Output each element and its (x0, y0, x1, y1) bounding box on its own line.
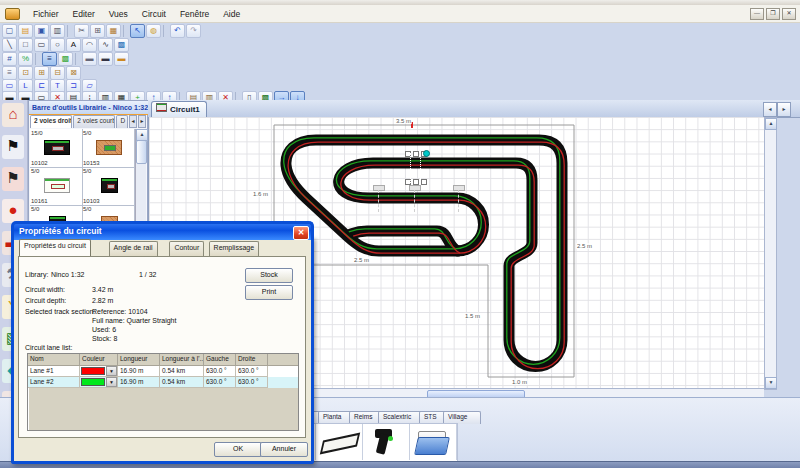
menu-editer[interactable]: Editer (66, 7, 102, 21)
library-piece-10161[interactable]: 5/010161 (30, 167, 83, 206)
piece-reference: 10102 (31, 160, 48, 166)
send-backward-icon[interactable]: ⊠ (66, 66, 81, 80)
scale-percent-icon[interactable]: % (18, 52, 33, 66)
chevron-down-icon[interactable]: ▼ (106, 366, 117, 376)
open-folder[interactable] (410, 424, 457, 460)
pointer-icon[interactable]: ↖ (130, 24, 145, 38)
tab-scroll-right-icon[interactable]: ▸ (777, 102, 791, 117)
copy-icon[interactable]: ⊞ (90, 24, 105, 38)
garage-icon[interactable]: ⌂ (2, 103, 24, 127)
print-icon[interactable]: ▥ (50, 24, 65, 38)
save-icon[interactable]: ▣ (34, 24, 49, 38)
tab-scroll-right-icon[interactable]: ▸ (138, 115, 146, 128)
draw-arc-icon[interactable]: ◠ (82, 38, 97, 52)
table-row[interactable]: Lane #2▼16.90 m0.54 km630.0 °630.0 ° (28, 377, 298, 388)
scroll-up-icon[interactable]: ▲ (765, 118, 777, 130)
library-tab[interactable]: 2 voies courbes (73, 115, 115, 128)
cancel-button[interactable]: Annuler (260, 442, 308, 457)
column-header[interactable]: Nom (28, 354, 80, 365)
chevron-down-icon[interactable]: ▼ (106, 377, 117, 387)
library-tab[interactable]: D (116, 115, 128, 128)
dialog-title: Propriétés du circuit (14, 226, 102, 236)
column-header[interactable]: Couleur (80, 354, 118, 365)
dialog-title-bar[interactable]: Propriétés du circuit ✕ (11, 221, 314, 240)
scroll-thumb[interactable] (136, 140, 147, 164)
align-left-icon[interactable]: ▬ (82, 52, 97, 66)
race-start-icon[interactable]: ⚑ (2, 167, 24, 191)
dialog-tab[interactable]: Contour (169, 241, 204, 257)
menu-fichier[interactable]: Fichier (26, 7, 66, 21)
fill-bucket-icon[interactable]: ◍ (146, 24, 161, 38)
close-icon[interactable]: ✕ (293, 226, 309, 240)
hand-controller[interactable] (363, 424, 410, 460)
insert-image-icon[interactable]: ▩ (114, 38, 129, 52)
scroll-down-icon[interactable]: ▼ (765, 377, 777, 389)
new-document-icon[interactable]: ▢ (2, 24, 17, 38)
bring-front-icon[interactable]: ⊡ (18, 66, 33, 80)
toolbar-row-3: #%≡▩▬▬▬ (2, 52, 130, 65)
scale-value: 1 / 32 (139, 271, 157, 278)
draw-line-icon[interactable]: ╲ (2, 38, 17, 52)
draw-ellipse-icon[interactable]: ○ (50, 38, 65, 52)
draw-text-icon[interactable]: A (66, 38, 81, 52)
menu-aide[interactable]: Aide (216, 7, 247, 21)
toolbar-separator (67, 25, 72, 37)
layers-icon[interactable]: ≡ (42, 52, 57, 66)
menu-circuit[interactable]: Circuit (135, 7, 173, 21)
selection-anchor-dot (423, 150, 430, 157)
ctrl-trig (388, 436, 393, 441)
column-header[interactable]: Droite (236, 354, 268, 365)
circuit-depth-value: 2.82 m (92, 297, 113, 304)
dialog-tab[interactable]: Angle de rail (109, 241, 158, 257)
background-image-icon[interactable]: ▩ (58, 52, 73, 66)
library-tab[interactable]: 2 voies droites (30, 115, 72, 128)
list-view-icon[interactable]: ≡ (2, 66, 17, 80)
draw-roundrect-icon[interactable]: ▭ (34, 38, 49, 52)
column-header[interactable]: Longueur (118, 354, 160, 365)
draw-rectangle-icon[interactable]: □ (18, 38, 33, 52)
table-row[interactable]: Lane #1▼16.90 m0.54 km630.0 °630.0 ° (28, 366, 298, 377)
dialog-tab[interactable]: Remplissage (209, 241, 259, 257)
piece-count: 5/0 (83, 130, 91, 136)
redo-icon[interactable]: ↷ (186, 24, 201, 38)
align-center-icon[interactable]: ▬ (98, 52, 113, 66)
section-detail: Full name: Quarter Straight (92, 317, 176, 324)
send-back-icon[interactable]: ⊞ (34, 66, 49, 80)
tab-scroll-left-icon[interactable]: ◂ (129, 115, 137, 128)
menu-fenêtre[interactable]: Fenêtre (173, 7, 216, 21)
column-header[interactable]: Gauche (204, 354, 236, 365)
guardrail-piece[interactable] (316, 424, 363, 460)
grid-toggle-icon[interactable]: # (2, 52, 17, 66)
library-piece-10153[interactable]: 5/010153 (82, 129, 135, 168)
checkered-flag-icon[interactable]: ⚑ (2, 135, 24, 159)
ok-button[interactable]: OK (214, 442, 262, 457)
canvas-vertical-scrollbar[interactable]: ▲ ▼ (764, 117, 777, 390)
stock-button[interactable]: Stock (245, 268, 293, 283)
bring-forward-icon[interactable]: ⊟ (50, 66, 65, 80)
menu-bar: FichierEditerVuesCircuitFenêtreAide —❐✕ (0, 5, 800, 23)
undo-icon[interactable]: ↶ (170, 24, 185, 38)
toolbar-row-1: ▢▤▣▥✂⊞▦↖◍↶↷ (2, 24, 202, 37)
dialog-tab[interactable]: Propriétés du circuit (19, 239, 91, 257)
selection-handle[interactable] (413, 151, 419, 157)
library-piece-10103[interactable]: 5/010103 (82, 167, 135, 206)
helmet-icon[interactable]: ● (2, 199, 24, 223)
restore-icon[interactable]: ❐ (766, 8, 780, 20)
tab-circuit1[interactable]: Circuit1 (151, 101, 207, 117)
close-icon[interactable]: ✕ (782, 8, 796, 20)
dimension-label: 2.5 m (353, 257, 370, 263)
piece-reference: 10153 (83, 160, 100, 166)
tab-scroll-left-icon[interactable]: ◂ (763, 102, 777, 117)
align-color-icon[interactable]: ▬ (114, 52, 129, 66)
lane-table[interactable]: NomCouleurLongueurLongueur à l'...Gauche… (27, 353, 299, 431)
print-button[interactable]: Print (245, 285, 293, 300)
minimize-icon[interactable]: — (750, 8, 764, 20)
menu-vues[interactable]: Vues (102, 7, 135, 21)
library-panel-title: Barre d'outils Librairie - Ninco 1:32 (29, 101, 148, 115)
draw-curve-icon[interactable]: ∿ (98, 38, 113, 52)
column-header[interactable]: Longueur à l'... (160, 354, 204, 365)
cut-icon[interactable]: ✂ (74, 24, 89, 38)
open-folder-icon[interactable]: ▤ (18, 24, 33, 38)
library-piece-10102[interactable]: 15/010102 (30, 129, 83, 168)
paste-icon[interactable]: ▦ (106, 24, 121, 38)
